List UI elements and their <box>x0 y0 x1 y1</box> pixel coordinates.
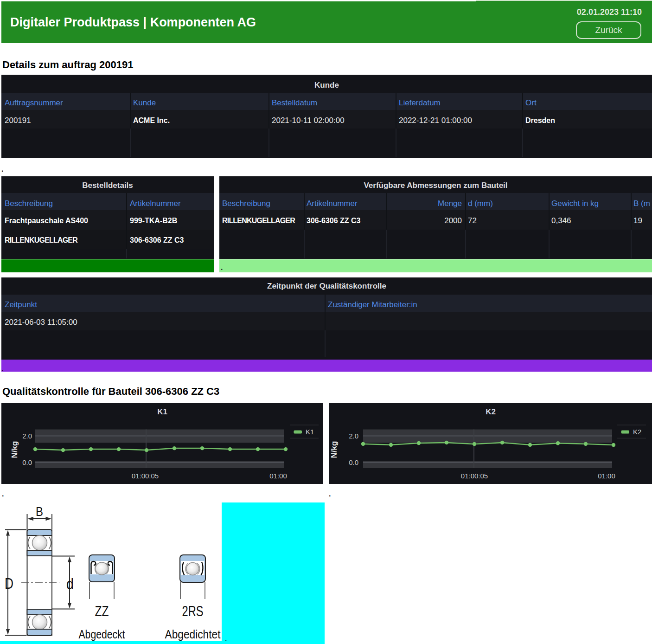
svg-text:Abgedeckt: Abgedeckt <box>79 627 126 641</box>
svg-text:K1: K1 <box>306 428 314 436</box>
svg-text:01:00: 01:00 <box>598 472 615 480</box>
svg-text:d: d <box>66 575 74 592</box>
svg-text:K2: K2 <box>633 428 641 436</box>
svg-text:0.0: 0.0 <box>22 458 32 466</box>
svg-text:Abgedichtet: Abgedichtet <box>165 627 221 641</box>
svg-text:2.0: 2.0 <box>22 432 32 440</box>
svg-text:2.0: 2.0 <box>349 432 358 440</box>
svg-text:01:00:05: 01:00:05 <box>132 472 159 480</box>
svg-text:01:00: 01:00 <box>269 472 287 480</box>
svg-text:D: D <box>5 574 13 592</box>
svg-text:K2: K2 <box>486 407 496 416</box>
svg-text:01:00:05: 01:00:05 <box>461 472 488 480</box>
svg-text:N/kg: N/kg <box>10 441 19 458</box>
svg-text:2RS: 2RS <box>182 603 204 619</box>
svg-text:K1: K1 <box>157 407 167 416</box>
svg-text:B: B <box>36 504 43 519</box>
svg-text:N/kg: N/kg <box>330 441 339 458</box>
svg-text:ZZ: ZZ <box>95 603 109 619</box>
svg-text:0.0: 0.0 <box>349 458 358 466</box>
